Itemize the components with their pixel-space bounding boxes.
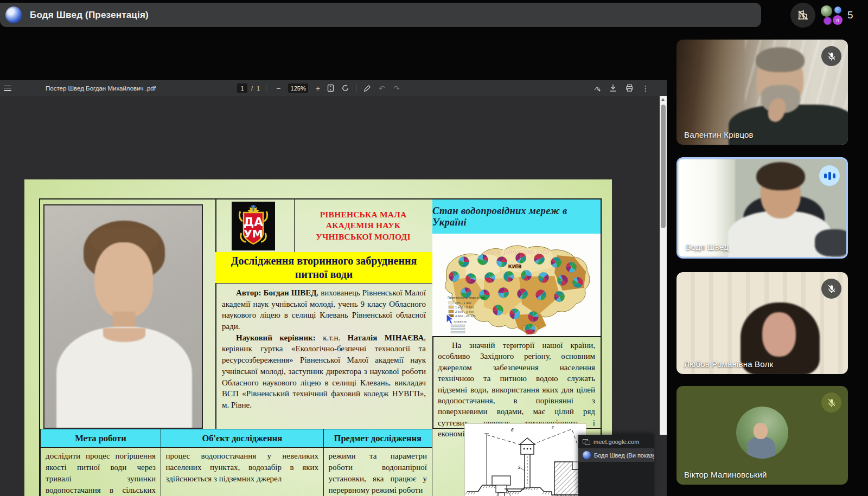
poster-title-banner: Дослідження вторинного забруднення питно… [215,252,432,284]
grid-view-off-button[interactable] [790,3,815,28]
undo-button[interactable]: ↶ [376,82,388,94]
water-supply-diagram: 123456789 [465,424,586,496]
svg-text:Протяжність мереж, км: Протяжність мереж, км [448,296,485,300]
table-header-meta: Мета роботи [40,429,161,448]
grid-view-off-icon [796,9,809,22]
participant-tile-viktor[interactable]: Віктор Малиновський [676,386,848,485]
svg-text:2 500 – 4 600: 2 500 – 4 600 [455,310,474,313]
share-site: meet.google.com [593,439,639,445]
download-button[interactable] [607,82,619,94]
presentation-title: Бодя Швед (Презентація) [30,10,149,21]
scroll-up-arrow[interactable] [661,98,665,101]
presenter-avatar [5,7,22,23]
svg-text:700 – 1 400: 700 – 1 400 [455,301,471,305]
mic-muted-icon [821,46,841,66]
participant-tile-bodya[interactable]: Бодя Швед [676,157,848,259]
author-block: Автор: Богдан ШВЕД, вихованець Рівненськ… [215,283,432,429]
svg-text:5: 5 [518,465,521,470]
shared-pdf-window: Постер Швед Богдан Михайлович .pdf 1 / 1… [0,80,667,496]
map-title: Стан водопровідних мереж в Україні [432,205,601,228]
table-header-subject: Предмет дослідження [323,429,433,448]
poster-frame: ДА УМ РІВНЕНСЬКА МАЛА АКАДЕМІЯ НАУК УЧНІ… [39,198,602,496]
presenter-mini-avatar [583,451,591,459]
participants-count: 5 [847,9,853,21]
pdf-scrollbar[interactable] [660,96,667,435]
redo-button[interactable]: ↷ [391,82,403,94]
tab-icon [583,439,590,445]
screen-share-popup: meet.google.com Бодя Швед (Ви показуєте [578,435,654,496]
academy-emblem-icon: ДА УМ [232,202,275,250]
emblem-cell: ДА УМ [215,199,295,253]
presentation-title-bar: Бодя Швед (Презентація) [0,3,761,27]
pdf-toolbar: Постер Швед Богдан Михайлович .pdf 1 / 1… [0,80,667,96]
academy-name-cell: РІВНЕНСЬКА МАЛА АКАДЕМІЯ НАУК УЧНІВСЬКОЇ… [294,199,432,253]
participant-avatar [736,407,788,459]
page-total: 1 [257,85,260,92]
share-popup-site-row: meet.google.com [578,435,654,448]
signature-icon [593,84,601,92]
zoom-out-button[interactable]: − [272,82,284,94]
poster-page: ДА УМ РІВНЕНСЬКА МАЛА АКАДЕМІЯ НАУК УЧНІ… [24,179,612,496]
zoom-level[interactable]: 125% [288,83,308,93]
participant-tile-valentyn[interactable]: Валентин Крівцов [676,40,848,145]
student-photo [43,204,203,429]
pen-icon [363,85,371,92]
table-header-object: Об'єкт дослідження [161,429,324,448]
table-cell-object: процес водопостачання у невеликих населе… [161,448,324,496]
page-separator: / [251,85,253,92]
table-cell-meta: дослідити процес погіршення якості питно… [40,448,161,496]
mic-muted-icon [821,279,841,299]
svg-text:кількість: кількість [454,320,467,323]
poster-title-line1: Дослідження вторинного забруднення [231,254,417,268]
participant-name: Валентин Крівцов [684,130,754,139]
intro-paragraph: На значній території нашої країни, особл… [432,337,601,429]
ukraine-map: www.polypipe.info КИЇВ Протяжність мереж… [432,234,601,337]
annotate-button[interactable] [361,82,373,94]
fit-page-icon [327,84,334,92]
print-icon [626,84,634,92]
map-title-bar: Стан водопровідних мереж в Україні [432,199,601,234]
zoom-in-button[interactable]: + [312,82,324,94]
menu-icon[interactable] [4,86,11,91]
svg-text:4 600 – 20 300: 4 600 – 20 300 [455,314,476,318]
svg-text:УМ: УМ [244,227,263,240]
map-city-label: КИЇВ [508,264,521,269]
pdf-filename: Постер Швед Богдан Михайлович .pdf [46,85,156,92]
table-cell-subject: режими та параметри роботи водонапірної … [323,448,433,496]
participant-tile-liubov[interactable]: Любов Романівна Волк [676,272,848,374]
svg-text:6: 6 [510,428,514,433]
page-number-input[interactable]: 1 [237,83,247,93]
speaking-indicator-icon [819,165,840,186]
download-icon [609,84,617,92]
rotate-button[interactable] [339,82,351,94]
svg-text:7: 7 [551,426,554,430]
pdf-scrollbar-thumb[interactable] [661,105,666,228]
svg-text:1 400 – 2 500: 1 400 – 2 500 [455,306,474,309]
participants-button[interactable]: n 5 [820,3,864,27]
rotate-icon [341,84,349,92]
share-popup-presenter-row[interactable]: Бодя Швед (Ви показуєте [578,448,654,462]
fit-page-button[interactable] [324,82,336,94]
participants-avatar-cluster: n [820,4,843,27]
presenter-row-label: Бодя Швед (Ви показуєте [594,452,654,459]
more-options-button[interactable]: ⋮ [640,82,652,94]
participant-name: Віктор Малиновський [684,470,767,479]
participant-name: Бодя Швед [686,242,729,252]
add-signature-button[interactable] [591,82,603,94]
poster-title-line2: питної води [295,268,353,281]
mic-muted-icon [821,392,841,413]
print-button[interactable] [623,82,635,94]
participant-name: Любов Романівна Волк [684,359,773,369]
